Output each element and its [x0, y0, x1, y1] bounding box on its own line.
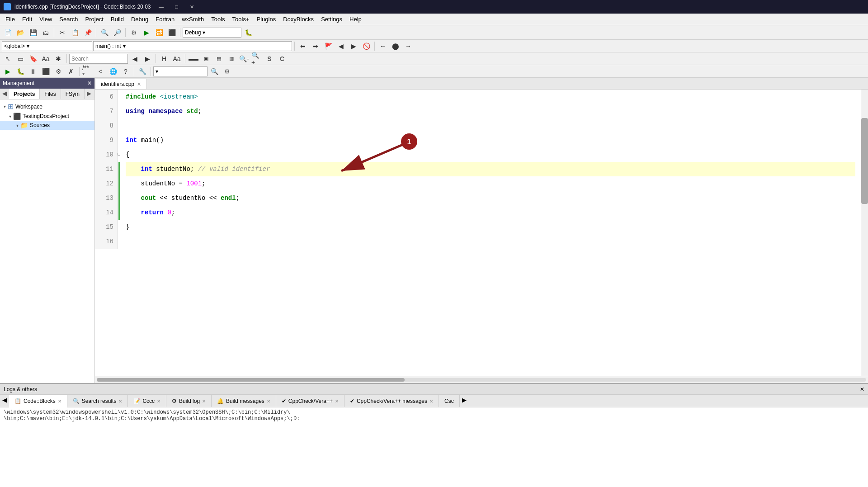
save-all-button[interactable]: 🗂 — [40, 27, 52, 38]
copy-button[interactable]: 📋 — [69, 27, 81, 38]
menu-settings[interactable]: Settings — [317, 15, 346, 24]
doxy-step-button[interactable]: ⏸ — [27, 66, 39, 77]
match-case-button[interactable]: Aa — [171, 53, 183, 65]
prev-bookmark-button[interactable]: ◀ — [335, 40, 347, 52]
bottom-tabs-scroll-right[interactable]: ▶ — [460, 395, 469, 407]
editor-tab-identifiers[interactable]: identifiers.cpp ✕ — [95, 79, 147, 89]
doxy-debug-button[interactable]: 🐛 — [14, 66, 26, 77]
menu-file[interactable]: File — [2, 15, 19, 24]
menu-plugins[interactable]: Plugins — [253, 15, 280, 24]
doxy-settings2-button[interactable]: ⚙ — [221, 66, 233, 77]
doxy-search2-button[interactable]: 🔍 — [208, 66, 220, 77]
bottom-tab-cccc-close[interactable]: ✕ — [157, 399, 160, 404]
find-button[interactable]: 🔍 — [99, 27, 110, 38]
rebuild-button[interactable]: 🔁 — [153, 27, 165, 38]
menu-tools[interactable]: Tools — [208, 15, 228, 24]
bookmark-button[interactable]: 🚩 — [322, 40, 334, 52]
bottom-tab-cppcheck-close[interactable]: ✕ — [335, 399, 339, 404]
rect-select-button[interactable]: ▭ — [14, 53, 26, 65]
build-config-dropdown[interactable]: Debug ▾ — [183, 28, 241, 38]
cb-button[interactable]: C — [276, 53, 288, 65]
doxy-help-button[interactable]: ? — [120, 66, 132, 77]
bottom-tab-search-close[interactable]: ✕ — [118, 399, 122, 404]
menu-build[interactable]: Build — [107, 15, 127, 24]
save-button[interactable]: 💾 — [27, 27, 39, 38]
close-button[interactable]: ✕ — [185, 2, 198, 11]
highlight-button[interactable]: H — [158, 53, 170, 65]
tabs-scroll-left[interactable]: ◀ — [0, 89, 9, 99]
doxy-web-button[interactable]: 🌐 — [107, 66, 119, 77]
scope-dropdown[interactable]: <global> ▾ — [2, 41, 92, 51]
bottom-tab-cppcheck-msg[interactable]: ✔ CppCheck/Vera++ messages ✕ — [344, 395, 439, 407]
uppercase-button[interactable]: Aa — [40, 53, 52, 65]
tabs-scroll-right[interactable]: ▶ — [85, 89, 94, 99]
tab-fsym[interactable]: FSym — [61, 89, 85, 99]
menu-view[interactable]: View — [36, 15, 56, 24]
menu-fortran[interactable]: Fortran — [152, 15, 178, 24]
doxy-run-button[interactable]: ▶ — [2, 66, 14, 77]
doxy-settings-button[interactable]: ⚙ — [52, 66, 64, 77]
search-back-button[interactable]: ◀ — [129, 53, 141, 65]
cursor-button[interactable]: ↖ — [2, 53, 14, 65]
menu-help[interactable]: Help — [346, 15, 365, 24]
doxy-extract-button[interactable]: < — [94, 66, 106, 77]
shape3-button[interactable]: ▤ — [213, 53, 225, 65]
h-scroll-track[interactable] — [97, 378, 866, 382]
bottom-tab-buildlog[interactable]: ⚙ Build log ✕ — [166, 395, 212, 407]
search-fwd-button[interactable]: ▶ — [142, 53, 153, 65]
zoom-in-button[interactable]: 🔍+ — [251, 53, 263, 65]
build-settings-button[interactable]: ⚙ — [128, 27, 140, 38]
search-input[interactable] — [69, 54, 128, 64]
tree-sources[interactable]: ▾ 📁 Sources — [0, 121, 94, 130]
bottom-tab-cppcheck[interactable]: ✔ CppCheck/Vera++ ✕ — [276, 395, 344, 407]
zoom-out-button[interactable]: 🔍- — [238, 53, 250, 65]
menu-debug[interactable]: Debug — [127, 15, 152, 24]
nav-circle-button[interactable]: ⬤ — [390, 40, 401, 52]
doxy-stop-button[interactable]: ⬛ — [40, 66, 52, 77]
bottom-tab-cppcheck-msg-close[interactable]: ✕ — [429, 399, 433, 404]
doxy-profile-dropdown[interactable]: ▾ — [153, 66, 208, 76]
management-close[interactable]: ✕ — [87, 80, 92, 86]
bottom-tab-buildmsg[interactable]: 🔔 Build messages ✕ — [212, 395, 276, 407]
menu-search[interactable]: Search — [56, 15, 81, 24]
maximize-button[interactable]: □ — [170, 2, 183, 11]
shape4-button[interactable]: ▥ — [226, 53, 237, 65]
nav-prev-button[interactable]: ← — [377, 40, 389, 52]
bottom-tab-codeblocks[interactable]: 📋 Code::Blocks ✕ — [9, 395, 67, 407]
bottom-panel-close[interactable]: ✕ — [860, 386, 864, 392]
function-dropdown[interactable]: main() : int ▾ — [93, 41, 292, 51]
debug-toggle-button[interactable]: 🐛 — [242, 27, 254, 38]
doxy-abort-button[interactable]: ✗ — [65, 66, 77, 77]
wildcard-button[interactable]: ✱ — [52, 53, 64, 65]
code-editor[interactable]: 6 7 8 9 10 11 12 13 14 15 16 — [95, 90, 861, 376]
bookmark-add-button[interactable]: 🔖 — [27, 53, 39, 65]
replace-button[interactable]: 🔎 — [111, 27, 123, 38]
jump-back-button[interactable]: ⬅ — [297, 40, 309, 52]
editor-tab-close[interactable]: ✕ — [137, 81, 141, 87]
bottom-tab-buildmsg-close[interactable]: ✕ — [267, 399, 270, 404]
bottom-tab-codeblocks-close[interactable]: ✕ — [58, 399, 61, 404]
menu-edit[interactable]: Edit — [19, 15, 36, 24]
bottom-tab-cccc[interactable]: 📝 Cccc ✕ — [128, 395, 166, 407]
tab-projects[interactable]: Projects — [9, 89, 40, 99]
new-file-button[interactable]: 📄 — [2, 27, 14, 38]
vertical-scrollbar[interactable] — [861, 90, 868, 376]
bottom-tab-buildlog-close[interactable]: ✕ — [202, 399, 206, 404]
v-scroll-thumb[interactable] — [861, 118, 868, 204]
cut-button[interactable]: ✂ — [57, 27, 68, 38]
bottom-tab-csc[interactable]: Csc — [439, 395, 460, 407]
minimize-button[interactable]: — — [154, 2, 168, 11]
bottom-tabs-scroll-left[interactable]: ◀ — [0, 395, 9, 407]
stop-button[interactable]: ⬛ — [166, 27, 178, 38]
jump-fwd-button[interactable]: ➡ — [310, 40, 321, 52]
h-scroll-thumb[interactable] — [97, 378, 405, 382]
nav-next-button[interactable]: → — [402, 40, 414, 52]
doxy-wrench-button[interactable]: 🔧 — [137, 66, 148, 77]
tree-project[interactable]: ▾ ⬛ TestingDocsProject — [0, 112, 94, 121]
paste-button[interactable]: 📌 — [82, 27, 94, 38]
tree-workspace[interactable]: ▾ ⊞ Workspace — [0, 101, 94, 112]
menu-toolsplus[interactable]: Tools+ — [229, 15, 253, 24]
menu-project[interactable]: Project — [82, 15, 107, 24]
shape1-button[interactable]: ▬▬ — [188, 53, 199, 65]
next-bookmark-button[interactable]: ▶ — [348, 40, 359, 52]
